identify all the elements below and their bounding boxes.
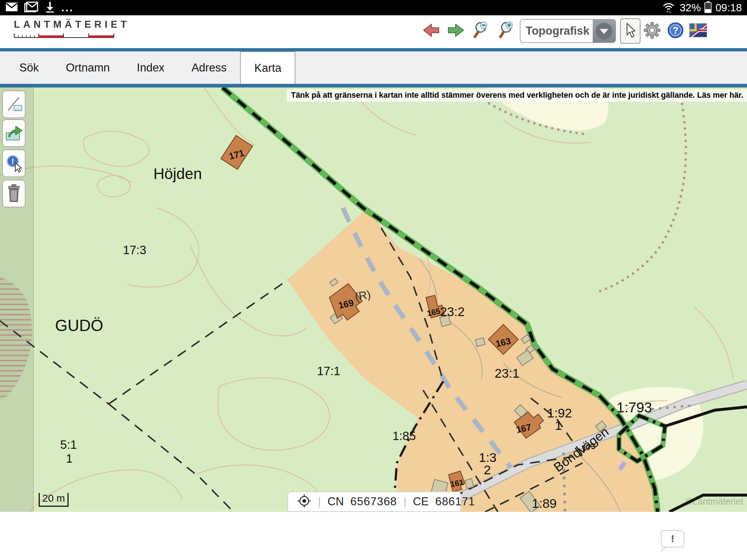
layer-dropdown-value: Topografisk med gr	[520, 20, 593, 42]
share-tool-button[interactable]	[2, 119, 26, 147]
gmail-icon	[24, 1, 39, 14]
delete-tool-button[interactable]	[2, 180, 26, 207]
map-label-23-1: 23:1	[495, 366, 519, 380]
zoom-out-icon	[471, 21, 489, 41]
map-label-1-89: 1:89	[532, 496, 557, 510]
gear-icon	[644, 22, 661, 40]
crosshair-icon[interactable]	[297, 494, 311, 510]
map-label-2: 2	[484, 463, 491, 477]
hint-bubble-text: !	[671, 533, 674, 545]
svg-text:!: !	[11, 157, 14, 166]
map-viewport[interactable]: Höjden17117:3GUDÖ17:15:11(R)16916523:216…	[0, 88, 747, 512]
lantmateriet-logo[interactable]: LANTMÄTERIET	[14, 19, 130, 40]
measure-icon	[4, 94, 23, 114]
coord-separator: |	[403, 495, 406, 508]
svg-text:?: ?	[673, 25, 678, 36]
language-flag-button[interactable]	[689, 20, 708, 42]
cn-label: CN	[328, 495, 344, 508]
map-label-gud-: GUDÖ	[55, 316, 103, 334]
hint-bubble[interactable]: !	[661, 530, 684, 548]
forward-arrow-icon	[447, 22, 465, 39]
battery-icon	[704, 2, 712, 13]
back-button[interactable]	[422, 20, 441, 42]
chevron-down-icon	[600, 29, 608, 34]
main-tab-bar: Sök Ortnamn Index Adress Karta	[0, 51, 747, 84]
cn-value: 6567368	[351, 495, 397, 508]
topographic-map[interactable]: Höjden17117:3GUDÖ17:15:11(R)16916523:216…	[0, 88, 747, 512]
map-label-17-1: 17:1	[317, 364, 340, 378]
map-layer-dropdown[interactable]: Topografisk med gr	[520, 19, 616, 43]
trash-icon	[5, 184, 22, 204]
logo-text: LANTMÄTERIET	[14, 19, 130, 30]
zoom-out-button[interactable]	[471, 20, 489, 42]
info-tool-button[interactable]: !	[2, 149, 26, 177]
map-label-1: 1	[66, 452, 73, 465]
forward-button[interactable]	[446, 20, 465, 42]
dropdown-arrow-button[interactable]	[593, 20, 615, 42]
app-toolbar: LANTMÄTERIET	[0, 15, 747, 48]
map-label-1-793: 1:793	[616, 400, 652, 415]
map-label-17-3: 17:3	[123, 243, 146, 257]
map-label-5-1: 5:1	[60, 438, 77, 451]
tab-adress[interactable]: Adress	[178, 51, 240, 84]
back-arrow-icon	[422, 22, 440, 39]
clock: 09:18	[715, 2, 742, 14]
info-icon: !	[4, 153, 24, 174]
scale-bar: 20 m	[39, 493, 69, 507]
pointer-tool-button[interactable]	[620, 18, 640, 44]
header-divider-bottom	[0, 84, 747, 88]
zoom-in-icon	[496, 21, 515, 41]
map-label-23-2: 23:2	[440, 304, 465, 319]
help-icon: ?	[667, 22, 684, 40]
tab-ortnamn[interactable]: Ortnamn	[52, 51, 123, 84]
map-label-1: 1	[555, 418, 562, 432]
tab-karta[interactable]: Karta	[240, 51, 295, 84]
android-status-bar: ... 32% 09:18	[0, 0, 747, 15]
scale-label: 20 m	[42, 493, 65, 506]
battery-percent: 32%	[680, 2, 701, 14]
map-label-1-85: 1:85	[392, 429, 416, 443]
bottom-blank-area: !	[0, 512, 747, 560]
map-label-h-jden: Höjden	[153, 165, 202, 182]
cursor-icon	[624, 23, 636, 40]
download-icon	[44, 1, 55, 14]
measure-tool-button[interactable]	[2, 90, 26, 118]
header-divider-top	[0, 48, 747, 51]
logo-ruler-graphic	[14, 32, 130, 40]
tab-sok[interactable]: Sök	[6, 51, 52, 84]
help-button[interactable]: ?	[666, 20, 685, 42]
coordinate-bar: | CN 6567368 | CE 686171	[287, 491, 461, 512]
map-label--r-: (R)	[354, 288, 371, 303]
ce-value: 686171	[435, 495, 475, 508]
share-icon	[4, 123, 24, 143]
boundary-disclaimer[interactable]: Tänk på att gränserna i kartan inte allt…	[287, 89, 747, 102]
tab-index[interactable]: Index	[123, 51, 178, 84]
ce-label: CE	[413, 495, 429, 508]
coord-separator: |	[318, 495, 321, 508]
language-flag-icon	[689, 23, 707, 38]
settings-button[interactable]	[643, 20, 662, 42]
zoom-in-button[interactable]	[496, 20, 515, 42]
map-attribution: ©Lantmäteriet	[686, 496, 743, 507]
notification-more-icon: ...	[61, 1, 74, 14]
mail-icon	[5, 2, 18, 13]
wifi-icon	[661, 1, 676, 15]
